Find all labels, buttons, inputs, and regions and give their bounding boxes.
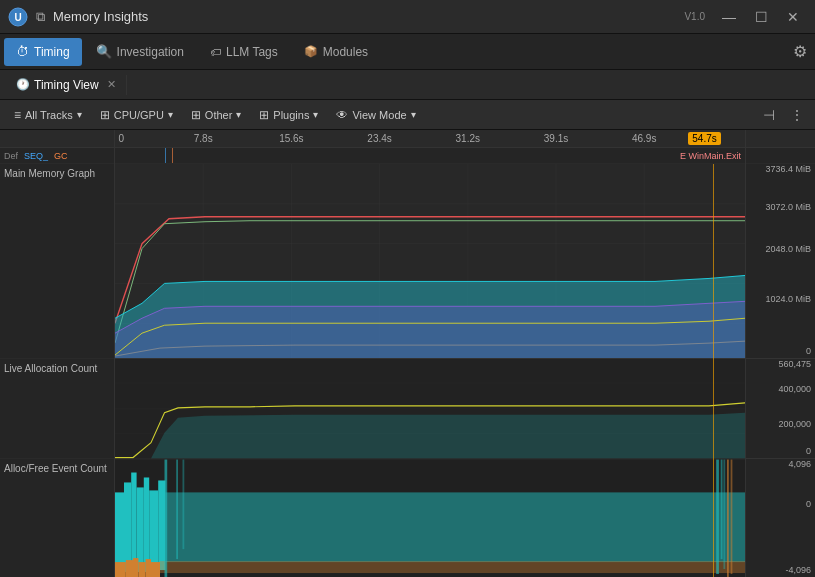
- secondary-tab-timing-view[interactable]: 🕐 Timing View ✕: [6, 75, 127, 95]
- event-label-4096: 4,096: [788, 459, 811, 469]
- clock-icon: 🕐: [16, 78, 30, 91]
- right-bookmark-spacer: [746, 148, 815, 164]
- svg-rect-27: [131, 473, 136, 573]
- svg-rect-46: [727, 460, 729, 577]
- seq-marker-line: [165, 148, 166, 163]
- time-marker-46s: 46.9s: [632, 133, 656, 144]
- time-highlight-54s: 54.7s: [688, 132, 720, 145]
- alloc-label-0: 0: [806, 446, 811, 456]
- time-marker-7s: 7.8s: [194, 133, 213, 144]
- all-tracks-button[interactable]: ≡ All Tracks ▾: [6, 105, 90, 125]
- bookmark-spacer: Def SEQ_ GC: [0, 148, 114, 164]
- live-allocation-count-label: Live Allocation Count: [4, 363, 97, 374]
- app-logo-icon: U: [8, 7, 28, 27]
- live-allocation-count-label-area: Live Allocation Count: [0, 359, 114, 459]
- chart-area: 0 7.8s 15.6s 23.4s 31.2s 39.1s 46.9s 54.…: [115, 130, 745, 577]
- time-marker-23s: 23.4s: [367, 133, 391, 144]
- bookmark-def-label: Def: [4, 151, 18, 161]
- main-content: Def SEQ_ GC Main Memory Graph Live Alloc…: [0, 130, 815, 577]
- title-bar: U ⧉ Memory Insights V1.0 — ☐ ✕: [0, 0, 815, 34]
- bookmark-row: E WinMain.Exit: [115, 148, 745, 164]
- pin-button[interactable]: ⊣: [757, 103, 781, 127]
- settings-icon[interactable]: ⚙: [789, 39, 811, 64]
- maximize-button[interactable]: ☐: [747, 3, 775, 31]
- window-icon: ⧉: [36, 9, 45, 25]
- event-label-neg4096: -4,096: [785, 565, 811, 575]
- all-tracks-icon: ≡: [14, 108, 21, 122]
- winmain-exit-label: E WinMain.Exit: [680, 151, 741, 161]
- more-options-button[interactable]: ⋮: [785, 103, 809, 127]
- investigation-tab-icon: 🔍: [96, 44, 112, 59]
- cpu-gpu-label: CPU/GPU: [114, 109, 164, 121]
- svg-rect-38: [151, 562, 160, 577]
- track-labels-panel: Def SEQ_ GC Main Memory Graph Live Alloc…: [0, 130, 115, 577]
- svg-rect-44: [721, 460, 723, 560]
- cpu-gpu-chevron-icon: ▾: [168, 109, 173, 120]
- ruler-spacer: [0, 130, 114, 148]
- llm-tags-tab-icon: 🏷: [210, 46, 221, 58]
- mem-label-1024: 1024.0 MiB: [765, 294, 811, 304]
- alloc-free-event-count-label-area: Alloc/Free Event Count: [0, 459, 114, 577]
- title-left: U ⧉ Memory Insights: [8, 7, 148, 27]
- plugins-label: Plugins: [273, 109, 309, 121]
- mem-label-3736: 3736.4 MiB: [765, 164, 811, 174]
- timing-tab-icon: ⏱: [16, 44, 29, 59]
- bookmark-seq-label: SEQ_: [24, 151, 48, 161]
- svg-rect-29: [144, 477, 149, 572]
- other-label: Other: [205, 109, 233, 121]
- time-ruler: 0 7.8s 15.6s 23.4s 31.2s 39.1s 46.9s 54.…: [115, 130, 745, 148]
- svg-rect-40: [165, 460, 168, 577]
- alloc-free-event-count-label: Alloc/Free Event Count: [4, 463, 107, 474]
- alloc-label-560: 560,475: [778, 359, 811, 369]
- svg-rect-32: [165, 492, 745, 562]
- version-label: V1.0: [684, 11, 705, 22]
- svg-rect-39: [160, 561, 745, 573]
- title-controls: V1.0 — ☐ ✕: [684, 3, 807, 31]
- svg-rect-34: [126, 560, 133, 577]
- cpu-gpu-button[interactable]: ⊞ CPU/GPU ▾: [92, 105, 181, 125]
- svg-rect-25: [115, 492, 124, 572]
- plugins-chevron-icon: ▾: [313, 109, 318, 120]
- modules-tab-icon: 📦: [304, 45, 318, 58]
- time-marker-15s: 15.6s: [279, 133, 303, 144]
- main-memory-graph-label: Main Memory Graph: [4, 168, 95, 179]
- mem-label-0: 0: [806, 346, 811, 356]
- svg-rect-26: [124, 482, 131, 572]
- toolbar: ≡ All Tracks ▾ ⊞ CPU/GPU ▾ ⊞ Other ▾ ⊞ P…: [0, 100, 815, 130]
- view-mode-chevron-icon: ▾: [411, 109, 416, 120]
- svg-rect-35: [133, 558, 138, 577]
- right-ruler-spacer: [746, 130, 815, 148]
- charts-container[interactable]: [115, 164, 745, 577]
- other-button[interactable]: ⊞ Other ▾: [183, 105, 250, 125]
- other-chevron-icon: ▾: [236, 109, 241, 120]
- memory-graph-axis: 3736.4 MiB 3072.0 MiB 2048.0 MiB 1024.0 …: [746, 164, 815, 359]
- tab-investigation[interactable]: 🔍 Investigation: [84, 38, 196, 66]
- tab-modules[interactable]: 📦 Modules: [292, 38, 380, 66]
- chart-svg: [115, 164, 745, 577]
- svg-rect-45: [723, 460, 725, 569]
- alloc-free-axis: 4,096 0 -4,096: [746, 459, 815, 577]
- all-tracks-label: All Tracks: [25, 109, 73, 121]
- svg-text:U: U: [14, 12, 21, 23]
- svg-rect-47: [731, 460, 733, 574]
- all-tracks-chevron-icon: ▾: [77, 109, 82, 120]
- close-button[interactable]: ✕: [779, 3, 807, 31]
- other-icon: ⊞: [191, 108, 201, 122]
- plugins-button[interactable]: ⊞ Plugins ▾: [251, 105, 326, 125]
- tab-llm-tags[interactable]: 🏷 LLM Tags: [198, 38, 290, 66]
- timing-view-tab-label: Timing View: [34, 78, 99, 92]
- eye-icon: 👁: [336, 108, 348, 122]
- view-mode-button[interactable]: 👁 View Mode ▾: [328, 105, 423, 125]
- gc-marker-line: [172, 148, 173, 163]
- minimize-button[interactable]: —: [715, 3, 743, 31]
- svg-rect-23: [115, 459, 745, 460]
- svg-rect-36: [138, 562, 145, 577]
- svg-rect-31: [158, 480, 165, 570]
- tab-timing[interactable]: ⏱ Timing: [4, 38, 82, 66]
- time-marker-0: 0: [119, 133, 125, 144]
- secondary-tab-bar: 🕐 Timing View ✕: [0, 70, 815, 100]
- svg-marker-22: [115, 413, 745, 459]
- svg-rect-43: [716, 460, 719, 574]
- timing-view-close-icon[interactable]: ✕: [107, 78, 116, 91]
- svg-rect-17: [115, 358, 745, 359]
